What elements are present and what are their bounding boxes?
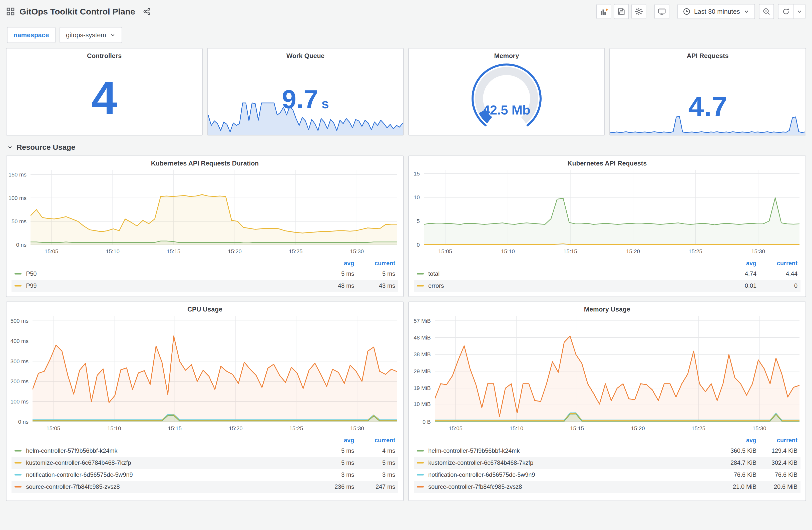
y-axis-label: 0 ns	[6, 419, 29, 425]
legend-row: kustomize-controller-6c6784b468-7kzfp5 m…	[12, 457, 398, 469]
save-icon	[618, 8, 625, 15]
chart-canvas[interactable]	[30, 170, 397, 246]
dashboard-header: GitOps Toolkit Control Plane	[0, 0, 812, 23]
refresh-button-group	[778, 4, 806, 19]
panel-title[interactable]: Controllers	[6, 48, 202, 60]
series-name: kustomize-controller-6c6784b468-7kzfp	[428, 459, 533, 466]
legend-row: notification-controller-6d56575dc-5w9n97…	[414, 469, 800, 481]
chart-canvas[interactable]	[32, 316, 397, 423]
legend-header: avgcurrent	[414, 436, 800, 445]
plot-area[interactable]: 05101515:0515:1015:1515:2015:2515:30	[409, 169, 806, 258]
legend-series-toggle[interactable]: helm-controller-57f9b56bbf-k24mk	[417, 447, 722, 454]
zoom-out-icon	[763, 8, 770, 15]
series-current-value: 76.6 KiB	[756, 471, 797, 478]
series-color-dash	[417, 462, 424, 463]
legend-col-avg[interactable]: avg	[319, 260, 354, 267]
dashboard-settings-button[interactable]	[632, 4, 647, 19]
chevron-down-icon	[743, 9, 750, 15]
legend-series-toggle[interactable]: source-controller-7fb84fc985-zvsz8	[15, 483, 319, 490]
clock-icon	[683, 8, 691, 15]
legend-col-current[interactable]: current	[354, 260, 395, 267]
legend-series-toggle[interactable]: kustomize-controller-6c6784b468-7kzfp	[417, 459, 722, 466]
legend: avgcurrenthelm-controller-57f9b56bbf-k24…	[12, 436, 398, 493]
time-range-picker[interactable]: Last 30 minutes	[678, 4, 755, 19]
legend-series-toggle[interactable]: P99	[15, 282, 319, 289]
legend-series-toggle[interactable]: notification-controller-6d56575dc-5w9n9	[417, 471, 722, 478]
legend-col-current[interactable]: current	[354, 437, 395, 444]
legend-header: avgcurrent	[12, 259, 398, 268]
grafana-dashboard: GitOps Toolkit Control Plane	[0, 0, 812, 530]
series-name: P99	[26, 282, 37, 289]
y-axis-label: 300 ms	[6, 358, 29, 365]
series-name: notification-controller-6d56575dc-5w9n9	[26, 471, 133, 478]
row-toggle-resource-usage[interactable]: Resource Usage	[7, 143, 812, 151]
plot-area[interactable]: 0 ns50 ms100 ms150 ms15:0515:1015:1515:2…	[6, 169, 403, 258]
chart-canvas[interactable]	[424, 170, 799, 246]
y-axis-label: 150 ms	[6, 172, 27, 178]
x-axis-label: 15:05	[41, 248, 62, 255]
y-axis-label: 500 ms	[6, 318, 29, 324]
legend-series-toggle[interactable]: total	[417, 270, 722, 277]
charts-row-2: CPU Usage 0 ns100 ms200 ms300 ms400 ms50…	[6, 301, 806, 501]
refresh-button[interactable]	[779, 4, 794, 18]
chart-canvas[interactable]	[435, 316, 799, 423]
series-current-value: 3 ms	[354, 471, 395, 478]
series-avg-value: 5 ms	[319, 447, 354, 454]
cycle-view-button[interactable]	[654, 4, 669, 19]
x-axis-label: 15:20	[622, 248, 644, 255]
legend-series-toggle[interactable]: P50	[15, 270, 319, 277]
plot-area[interactable]: 0 ns100 ms200 ms300 ms400 ms500 ms15:051…	[6, 315, 403, 435]
save-dashboard-button[interactable]	[614, 4, 629, 19]
series-name: notification-controller-6d56575dc-5w9n9	[428, 471, 535, 478]
panel-title[interactable]: Kubernetes API Requests	[409, 156, 806, 167]
legend-row: source-controller-7fb84fc985-zvsz821.0 M…	[414, 481, 800, 493]
legend-col-current[interactable]: current	[756, 437, 797, 444]
variable-value-dropdown[interactable]: gitops-system	[60, 27, 122, 43]
panel-title[interactable]: Memory Usage	[409, 302, 806, 313]
legend-col-avg[interactable]: avg	[319, 437, 354, 444]
variable-name[interactable]: namespace	[14, 31, 49, 39]
variable-label-namespace: namespace	[7, 27, 56, 43]
legend-row: helm-controller-57f9b56bbf-k24mk5 ms4 ms	[12, 445, 398, 457]
legend-row: notification-controller-6d56575dc-5w9n93…	[12, 469, 398, 481]
plot-area[interactable]: 0 B10 MiB19 MiB29 MiB38 MiB48 MiB57 MiB1…	[409, 315, 806, 435]
legend-col-current[interactable]: current	[756, 260, 797, 267]
zoom-out-button[interactable]	[759, 4, 774, 19]
legend-series-toggle[interactable]: notification-controller-6d56575dc-5w9n9	[15, 471, 319, 478]
panel-title[interactable]: CPU Usage	[6, 302, 403, 313]
legend-row: kustomize-controller-6c6784b468-7kzfp284…	[414, 457, 800, 469]
series-current-value: 302.4 KiB	[756, 459, 797, 466]
series-color-dash	[15, 462, 21, 463]
panel-title[interactable]: Kubernetes API Requests Duration	[6, 156, 403, 167]
share-icon[interactable]	[143, 8, 150, 15]
time-range-label: Last 30 minutes	[694, 8, 740, 15]
dashboard-grid-icon[interactable]	[6, 8, 15, 15]
panel-title[interactable]: API Requests	[610, 48, 806, 60]
legend-series-toggle[interactable]: helm-controller-57f9b56bbf-k24mk	[15, 447, 319, 454]
y-axis-label: 100 ms	[6, 398, 29, 405]
panel-title[interactable]: Work Queue	[208, 48, 403, 60]
gear-icon	[635, 8, 643, 15]
y-axis-label: 57 MiB	[409, 318, 431, 324]
series-current-value: 4 ms	[354, 447, 395, 454]
panel-title[interactable]: Memory	[409, 48, 604, 60]
x-axis-label: 15:25	[285, 425, 307, 432]
x-axis-label: 15:15	[566, 425, 588, 432]
refresh-interval-dropdown[interactable]	[794, 4, 805, 18]
x-axis-label: 15:25	[687, 425, 709, 432]
legend-col-avg[interactable]: avg	[722, 260, 756, 267]
series-avg-value: 360.5 KiB	[722, 447, 756, 454]
legend-series-toggle[interactable]: kustomize-controller-6c6784b468-7kzfp	[15, 459, 319, 466]
add-panel-button[interactable]	[596, 4, 611, 19]
y-axis-label: 200 ms	[6, 378, 29, 385]
legend-series-toggle[interactable]: errors	[417, 282, 722, 289]
legend: avgcurrenttotal4.744.44errors0.010	[414, 259, 800, 292]
series-avg-value: 48 ms	[319, 282, 354, 289]
x-axis-label: 15:20	[627, 425, 649, 432]
y-axis-label: 5	[409, 218, 420, 224]
legend-col-avg[interactable]: avg	[722, 437, 756, 444]
series-color-dash	[15, 273, 21, 275]
legend-series-toggle[interactable]: source-controller-7fb84fc985-zvsz8	[417, 483, 722, 490]
legend-row: helm-controller-57f9b56bbf-k24mk360.5 Ki…	[414, 445, 800, 457]
stat-panel-api-requests: API Requests 4.7	[609, 48, 806, 135]
